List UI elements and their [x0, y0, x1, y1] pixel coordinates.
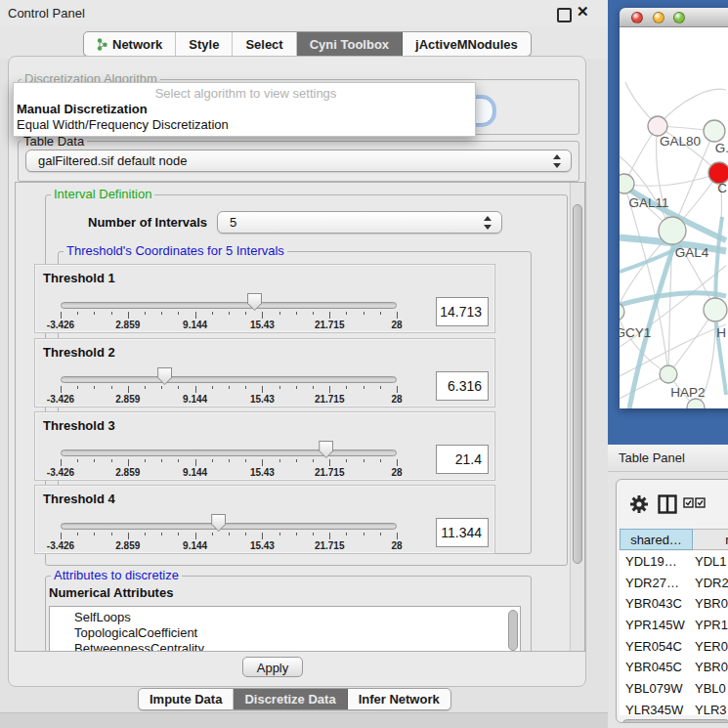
slider-tick	[380, 459, 381, 462]
slider-track[interactable]	[61, 302, 397, 309]
tab-jactivemnodules[interactable]: jActiveMNodules	[403, 32, 531, 56]
gear-icon[interactable]	[628, 493, 650, 515]
slider-tick-label: 21.715	[315, 320, 345, 330]
threshold-value-field[interactable]: 6.316	[436, 371, 489, 401]
slider-tick	[313, 386, 314, 389]
table-toolbar	[617, 480, 728, 529]
number-of-intervals-value: 5	[230, 212, 236, 234]
threshold-label: Threshold 2	[43, 345, 115, 360]
zoom-traffic-light[interactable]	[673, 12, 685, 23]
table-row[interactable]: YDL19…YDL1	[620, 551, 728, 573]
slider-tick	[364, 459, 364, 462]
slider-tick	[313, 459, 314, 462]
apply-button[interactable]: Apply	[242, 657, 303, 677]
slider-tick	[364, 386, 364, 389]
table-data-value: galFiltered.sif default node	[38, 150, 187, 172]
table-row[interactable]: YLR345WYLR3	[620, 700, 728, 715]
table-row[interactable]: YER054CYER0	[620, 636, 728, 658]
close-icon[interactable]: ✕	[577, 3, 589, 21]
slider-tick	[346, 386, 347, 389]
checkbox-icon[interactable]	[695, 497, 706, 508]
top-tab-bar: NetworkStyleSelectCyni ToolboxjActiveMNo…	[0, 26, 608, 59]
slider-tick	[329, 533, 330, 539]
slider-tick	[77, 459, 78, 462]
slider-tick	[397, 459, 398, 466]
threshold-value-field[interactable]: 14.713	[436, 297, 489, 326]
table-horizontal-scrollbar[interactable]	[622, 719, 728, 723]
attribute-item[interactable]: BetweennessCentrality	[50, 641, 520, 652]
tab-discretize-data[interactable]: Discretize Data	[234, 689, 347, 709]
network-node-label: G.	[715, 141, 728, 155]
float-window-icon[interactable]	[557, 8, 572, 22]
cell-shared-name: YBL079W	[625, 678, 683, 700]
attributes-list-scrollbar[interactable]	[508, 610, 518, 651]
network-canvas[interactable]: GAL80G.CGAL11GAL4GCY1HHAP2	[620, 27, 728, 408]
minimize-traffic-light[interactable]	[653, 12, 664, 23]
tab-network[interactable]: Network	[84, 32, 176, 56]
network-node-label: GAL80	[660, 134, 701, 149]
cell-name: YPR1	[695, 615, 728, 636]
network-node	[648, 116, 667, 136]
slider-tick	[145, 312, 146, 315]
split-columns-icon[interactable]	[658, 494, 677, 514]
slider-tick-label: 21.715	[315, 394, 345, 405]
dropdown-option[interactable]: Manual Discretization	[14, 102, 475, 117]
table-card: shared… na YDL19…YDL1YDR27…YDR2YBR043CYB…	[616, 479, 728, 723]
close-traffic-light[interactable]	[631, 12, 643, 23]
tab-cyni-toolbox[interactable]: Cyni Toolbox	[297, 32, 403, 56]
dropdown-option[interactable]: Equal Width/Frequency Discretization	[14, 117, 475, 133]
numerical-attributes-list[interactable]: SelfLoopsTopologicalCoefficientBetweenne…	[49, 606, 521, 652]
settings-scrollbar-thumb[interactable]	[573, 204, 582, 564]
number-of-intervals-combobox[interactable]: 5	[217, 211, 502, 234]
table-row[interactable]: YDR27…YDR2	[620, 573, 728, 594]
threshold-value-field[interactable]: 21.4	[436, 445, 489, 474]
slider-tick	[111, 459, 112, 462]
attribute-item[interactable]: SelfLoops	[50, 610, 520, 625]
settings-scrollbar-track[interactable]	[570, 183, 584, 651]
slider-tick-label: 9.144	[183, 320, 207, 330]
top-tab-group: NetworkStyleSelectCyni ToolboxjActiveMNo…	[83, 31, 532, 57]
slider-track[interactable]	[61, 450, 397, 456]
table-row[interactable]: YBR045CYBR0	[620, 657, 728, 678]
right-panel: GAL80G.CGAL11GAL4GCY1HHAP2 Table Panel	[608, 0, 728, 728]
network-node	[704, 298, 727, 321]
table-data-combobox[interactable]: galFiltered.sif default node	[25, 150, 572, 172]
slider-tick	[346, 312, 347, 315]
threshold-value-field[interactable]: 11.344	[436, 518, 489, 547]
slider-tick	[397, 533, 398, 539]
slider-tick-label: 9.144	[183, 467, 207, 478]
tab-infer-network[interactable]: Infer Network	[348, 689, 450, 709]
slider-tick	[245, 533, 246, 535]
attributes-group-title: Attributes to discretize	[51, 569, 182, 581]
attribute-item[interactable]: TopologicalCoefficient	[50, 625, 520, 641]
network-window-titlebar[interactable]	[620, 8, 728, 27]
tab-style[interactable]: Style	[176, 32, 233, 56]
tab-impute-data[interactable]: Impute Data	[139, 689, 234, 709]
threshold-panel-3: Threshold 3-3.4262.8599.14415.4321.71528…	[34, 411, 495, 481]
slider-tick	[212, 459, 213, 462]
tab-select[interactable]: Select	[233, 32, 296, 56]
cell-shared-name: YBR045C	[625, 657, 682, 678]
slider-tick	[61, 386, 62, 393]
slider-tick	[145, 386, 146, 389]
table-row[interactable]: YBR043CYBR0	[620, 593, 728, 615]
table-panel-titlebar: Table Panel	[608, 445, 728, 472]
column-header-shared-name[interactable]: shared…	[620, 529, 693, 550]
column-header-name[interactable]: na	[693, 529, 728, 550]
cell-shared-name: YPR145W	[625, 615, 685, 636]
threshold-panel-2: Threshold 2-3.4262.8599.14415.4321.71528…	[34, 338, 495, 407]
slider-tick	[279, 533, 280, 535]
table-row[interactable]: YPR145WYPR1	[620, 615, 728, 636]
cell-shared-name: YDL19…	[625, 551, 677, 573]
slider-tick-label: 21.715	[315, 540, 345, 551]
slider-track[interactable]	[61, 376, 397, 383]
cell-name: YDL1	[695, 551, 727, 573]
network-node-label: HAP2	[670, 385, 705, 400]
checkbox-icon[interactable]	[683, 497, 694, 508]
table-row[interactable]: YBL079WYBL0	[620, 678, 728, 700]
network-window[interactable]: GAL80G.CGAL11GAL4GCY1HHAP2	[620, 8, 728, 408]
slider-tick-label: -3.426	[47, 467, 74, 478]
slider-track[interactable]	[61, 523, 397, 530]
control-panel: Control Panel ✕ NetworkStyleSelectCyni T…	[0, 0, 608, 728]
bottom-tab-group: Impute DataDiscretize DataInfer Network	[138, 688, 451, 710]
